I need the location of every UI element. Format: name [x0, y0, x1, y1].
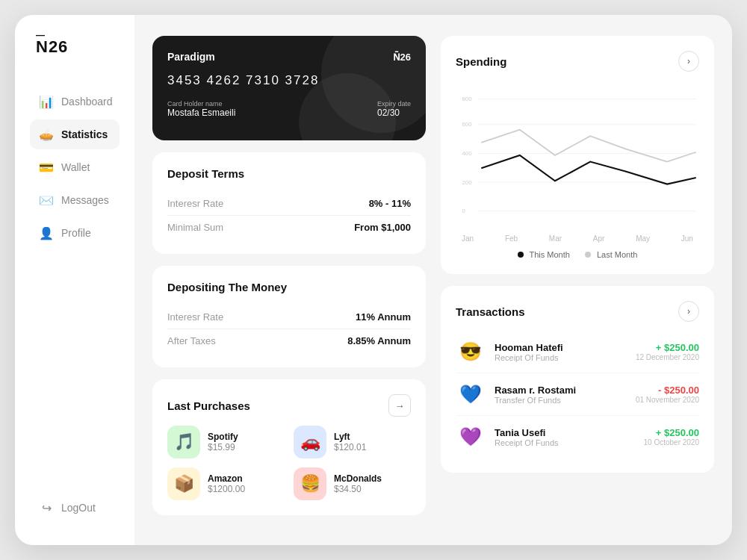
spending-panel: Spending › 800 600 400 200 0 [441, 36, 714, 274]
transactions-panel: Transactions › 😎 Hooman Hatefi Receipt O… [441, 286, 714, 473]
purchase-item: 🚗 Lyft $120.01 [294, 426, 411, 458]
purchase-icon: 🎵 [167, 426, 200, 458]
svg-text:800: 800 [462, 96, 472, 102]
svg-text:200: 200 [462, 179, 472, 186]
purchase-details: McDonalds $34.50 [334, 473, 382, 494]
card-holder-value: Mostafa Esmaeili [167, 108, 235, 118]
deposit-row: Interesr Rate8% - 11% [167, 192, 411, 216]
sidebar-item-dashboard[interactable]: 📊 Dashboard [30, 87, 120, 116]
depositing-row: Interesr Rate11% Annum [167, 305, 411, 329]
transactions-list: 😎 Hooman Hatefi Receipt Of Funds + $250.… [456, 331, 699, 458]
card-header: Paradigm N̄26 [167, 51, 411, 63]
spending-more-btn[interactable]: › [678, 51, 699, 72]
spending-chart: 800 600 400 200 0 [456, 81, 699, 230]
chart-area: 800 600 400 200 0 [456, 81, 699, 230]
purchase-icon: 📦 [167, 467, 200, 500]
card-expiry-value: 02/30 [377, 108, 411, 118]
chart-x-label: Apr [593, 234, 605, 243]
transaction-info: Rasam r. Rostami Transfer Of Funds [495, 385, 627, 405]
chart-legend: This Month Last Month [456, 250, 699, 259]
logo-text: N26 [36, 37, 68, 56]
statistics-label: Statistics [61, 128, 108, 140]
transactions-header: Transactions › [456, 301, 699, 322]
deposit-terms-panel: Deposit Terms Interesr Rate8% - 11%Minim… [152, 152, 426, 254]
chart-x-label: Jun [681, 234, 693, 243]
sidebar: N26 📊 Dashboard 🥧 Statistics 💳 Wallet ✉️… [15, 15, 134, 545]
sidebar-item-wallet[interactable]: 💳 Wallet [30, 152, 120, 182]
deposit-terms-title: Deposit Terms [167, 167, 411, 180]
purchase-details: Spotify $15.99 [208, 432, 238, 452]
main-content: Paradigm N̄26 3453 4262 7310 3728 Card H… [134, 15, 732, 545]
transaction-info: Hooman Hatefi Receipt Of Funds [495, 342, 627, 362]
purchase-icon: 🚗 [294, 426, 326, 458]
depositing-panel: Depositing The Money Interesr Rate11% An… [152, 266, 426, 367]
logout-icon: ↪ [39, 500, 54, 515]
card-expiry-label: Expiry date [377, 100, 411, 108]
card-footer: Card Holder name Mostafa Esmaeili Expiry… [167, 100, 411, 118]
logout-label: LogOut [61, 502, 96, 514]
nav-list: 📊 Dashboard 🥧 Statistics 💳 Wallet ✉️ Mes… [30, 87, 120, 493]
legend-last-month: Last Month [585, 250, 637, 259]
purchases-arrow-btn[interactable]: → [388, 394, 411, 417]
depositing-title: Depositing The Money [167, 281, 411, 293]
dashboard-label: Dashboard [61, 96, 113, 108]
messages-icon: ✉️ [39, 193, 54, 208]
left-panel: Paradigm N̄26 3453 4262 7310 3728 Card H… [152, 36, 426, 524]
transaction-item: 😎 Hooman Hatefi Receipt Of Funds + $250.… [456, 331, 699, 373]
logout-button[interactable]: ↪ LogOut [30, 493, 120, 523]
transaction-item: 💜 Tania Usefi Receipt Of Funds + $250.00… [456, 416, 699, 458]
sidebar-item-profile[interactable]: 👤 Profile [30, 218, 120, 248]
card-holder: Card Holder name Mostafa Esmaeili [167, 100, 235, 118]
dashboard-icon: 📊 [39, 94, 54, 109]
purchases-title: Last Purchases [167, 399, 250, 412]
purchase-details: Amazon $1200.00 [208, 473, 245, 494]
purchases-panel: Last Purchases → 🎵 Spotify $15.99 🚗 Lyft… [152, 379, 426, 515]
deposit-row: Minimal SumFrom $1,000 [167, 216, 411, 239]
app-container: N26 📊 Dashboard 🥧 Statistics 💳 Wallet ✉️… [15, 15, 732, 545]
right-panel: Spending › 800 600 400 200 0 [441, 36, 714, 524]
card-number: 3453 4262 7310 3728 [167, 73, 411, 88]
chart-x-labels: JanFebMarAprMayJun [456, 234, 699, 243]
depositing-rows: Interesr Rate11% AnnumAfter Taxes8.85% A… [167, 305, 411, 352]
transaction-amount-col: - $250.00 01 November 2020 [636, 385, 699, 404]
purchase-item: 🍔 McDonalds $34.50 [294, 467, 411, 500]
transaction-amount-col: + $250.00 10 October 2020 [644, 427, 700, 447]
credit-card: Paradigm N̄26 3453 4262 7310 3728 Card H… [152, 36, 426, 140]
depositing-row: After Taxes8.85% Annum [167, 329, 411, 352]
svg-text:0: 0 [462, 208, 465, 214]
profile-icon: 👤 [39, 225, 54, 240]
spending-title: Spending [456, 55, 506, 68]
transaction-info: Tania Usefi Receipt Of Funds [495, 427, 635, 447]
logo: N26 [30, 37, 120, 57]
svg-text:400: 400 [462, 150, 472, 157]
purchase-details: Lyft $120.01 [334, 432, 366, 452]
avatar: 💙 [456, 379, 486, 409]
chart-x-label: Mar [549, 234, 562, 243]
purchase-item: 📦 Amazon $1200.00 [167, 467, 285, 500]
statistics-icon: 🥧 [39, 127, 54, 142]
legend-this-month: This Month [518, 250, 570, 259]
transaction-amount-col: + $250.00 12 December 2020 [636, 342, 699, 361]
wallet-icon: 💳 [39, 160, 54, 175]
chart-x-label: Jan [462, 234, 474, 243]
purchase-icon: 🍔 [294, 467, 326, 500]
sidebar-item-messages[interactable]: ✉️ Messages [30, 185, 120, 215]
chart-x-label: Feb [505, 234, 518, 243]
profile-label: Profile [61, 227, 91, 239]
chart-x-label: May [636, 234, 650, 243]
purchase-item: 🎵 Spotify $15.99 [167, 426, 285, 458]
sidebar-item-statistics[interactable]: 🥧 Statistics [30, 119, 120, 149]
card-bank-name: Paradigm [167, 51, 215, 63]
card-logo: N̄26 [393, 52, 411, 63]
deposit-terms-rows: Interesr Rate8% - 11%Minimal SumFrom $1,… [167, 192, 411, 239]
transactions-title: Transactions [456, 305, 525, 318]
transaction-item: 💙 Rasam r. Rostami Transfer Of Funds - $… [456, 373, 699, 416]
legend-dot-last [585, 252, 591, 258]
transactions-more-btn[interactable]: › [678, 301, 699, 322]
avatar: 😎 [456, 337, 486, 367]
purchase-grid: 🎵 Spotify $15.99 🚗 Lyft $120.01 📦 Amazon… [167, 426, 411, 500]
card-holder-label: Card Holder name [167, 100, 235, 108]
avatar: 💜 [456, 422, 486, 452]
messages-label: Messages [61, 194, 109, 206]
legend-dot-this [518, 252, 524, 258]
